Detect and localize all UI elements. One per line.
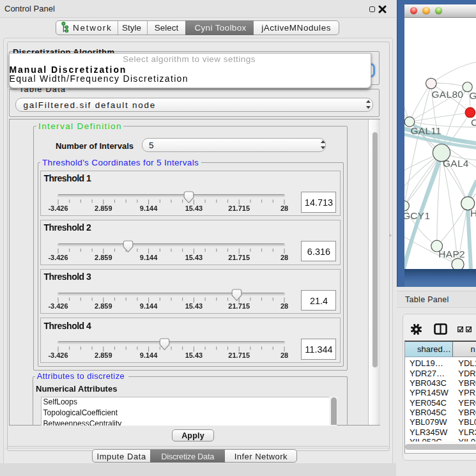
svg-text:GAL4: GAL4 — [443, 157, 469, 168]
svg-text:GA: GA — [470, 89, 476, 100]
svg-text:C: C — [471, 117, 476, 128]
svg-text:GCY1: GCY1 — [404, 210, 430, 221]
svg-text:GAL80: GAL80 — [432, 88, 464, 99]
svg-text:GAL11: GAL11 — [410, 125, 441, 136]
svg-text:H: H — [470, 208, 476, 219]
svg-text:HAP2: HAP2 — [438, 249, 465, 259]
